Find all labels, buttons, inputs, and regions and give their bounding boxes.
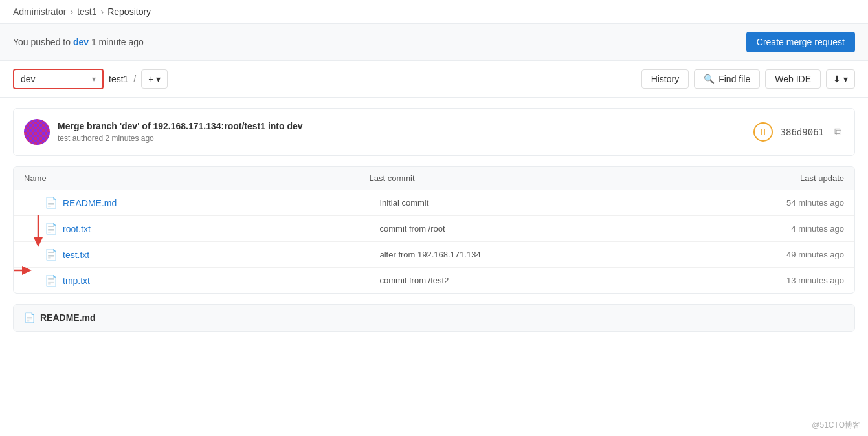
table-row: 📄 root.txt commit from /root 4 minutes a…: [14, 216, 854, 242]
file-icon: 📄: [45, 223, 58, 235]
file-name-cell: 📄 test.txt: [45, 248, 380, 261]
table-row: 📄 test.txt alter from 192.168.171.134 49…: [14, 242, 854, 268]
breadcrumb-sep-1: ›: [70, 6, 73, 17]
more-chevron-icon: ▾: [843, 74, 848, 84]
commit-author: test: [58, 134, 70, 143]
breadcrumb-current: Repository: [107, 6, 151, 17]
file-rows: 📄 README.md Initial commit 54 minutes ag…: [14, 190, 854, 293]
file-table-header: Name Last commit Last update: [14, 167, 854, 190]
file-last-update: 49 minutes ago: [715, 250, 844, 259]
push-notice-text: You pushed to dev 1 minute ago: [13, 37, 144, 47]
file-name-cell: 📄 tmp.txt: [45, 274, 380, 287]
find-file-label: Find file: [718, 74, 750, 84]
chevron-down-icon: ▾: [92, 74, 96, 83]
file-name-cell: 📄 README.md: [45, 197, 380, 209]
more-actions-button[interactable]: ⬇ ▾: [826, 69, 855, 89]
branch-select[interactable]: dev ▾: [13, 69, 104, 89]
web-ide-button[interactable]: Web IDE: [765, 69, 821, 89]
create-merge-request-button[interactable]: Create merge request: [746, 32, 855, 52]
breadcrumb-sep-2: ›: [101, 6, 104, 17]
pipeline-status[interactable]: ⏸: [753, 122, 773, 142]
file-last-update: 54 minutes ago: [715, 198, 844, 208]
commit-time: 2 minutes ago: [105, 134, 153, 143]
push-time: 1 minute ago: [91, 37, 144, 47]
table-row: 📄 README.md Initial commit 54 minutes ag…: [14, 190, 854, 216]
file-last-update: 13 minutes ago: [715, 276, 844, 285]
add-icon: +: [148, 74, 153, 84]
clone-icon: ⬇: [833, 74, 841, 84]
breadcrumb: Administrator › test1 › Repository: [0, 0, 868, 24]
push-prefix: You pushed to: [13, 37, 71, 47]
file-name-cell: 📄 root.txt: [45, 223, 380, 235]
toolbar-right: History 🔍 Find file Web IDE ⬇ ▾: [641, 69, 855, 89]
commit-meta: test authored 2 minutes ago: [58, 134, 303, 143]
commit-box: Merge branch 'dev' of 192.168.171.134:ro…: [13, 108, 855, 156]
push-notice: You pushed to dev 1 minute ago Create me…: [0, 24, 868, 61]
readme-section: 📄 README.md: [13, 304, 855, 332]
avatar: [24, 119, 50, 145]
history-button[interactable]: History: [641, 69, 689, 89]
col-last-update: Last update: [715, 173, 844, 183]
breadcrumb-test1[interactable]: test1: [77, 6, 96, 17]
file-link[interactable]: tmp.txt: [63, 276, 90, 286]
table-row: 📄 tmp.txt commit from /test2 13 minutes …: [14, 268, 854, 293]
commit-info: Merge branch 'dev' of 192.168.171.134:ro…: [58, 121, 303, 143]
find-file-button[interactable]: 🔍 Find file: [694, 69, 760, 89]
path-separator: /: [133, 74, 136, 84]
file-commit-msg: commit from /root: [380, 224, 715, 234]
file-link[interactable]: root.txt: [63, 224, 91, 234]
commit-hash: 386d9061: [781, 127, 824, 137]
file-table: Name Last commit Last update 📄 README.md…: [13, 166, 855, 294]
file-commit-msg: Initial commit: [380, 198, 715, 208]
file-icon: 📄: [45, 197, 58, 209]
file-last-update: 4 minutes ago: [715, 224, 844, 234]
add-button[interactable]: + ▾: [141, 69, 168, 89]
path-item: test1: [109, 74, 128, 84]
readme-file-icon: 📄: [24, 312, 35, 323]
copy-hash-button[interactable]: ⧉: [832, 124, 844, 140]
history-label: History: [651, 74, 680, 84]
commit-box-left: Merge branch 'dev' of 192.168.171.134:ro…: [24, 119, 303, 145]
commit-box-right: ⏸ 386d9061 ⧉: [753, 122, 844, 142]
file-link[interactable]: test.txt: [63, 250, 89, 260]
commit-authored: authored: [72, 134, 106, 143]
branch-select-text: dev: [21, 74, 36, 84]
file-commit-msg: alter from 192.168.171.134: [380, 250, 715, 259]
col-last-commit: Last commit: [370, 173, 715, 183]
add-chevron-icon: ▾: [156, 74, 161, 84]
web-ide-label: Web IDE: [775, 74, 811, 84]
file-icon: 📄: [45, 248, 58, 261]
readme-title: README.md: [40, 312, 96, 323]
search-icon: 🔍: [704, 74, 715, 84]
file-commit-msg: commit from /test2: [380, 276, 715, 285]
repo-toolbar: dev ▾ test1 / + ▾ History 🔍 Find file We…: [0, 61, 868, 98]
commit-message: Merge branch 'dev' of 192.168.171.134:ro…: [58, 121, 303, 131]
readme-header: 📄 README.md: [14, 305, 854, 331]
push-branch-link[interactable]: dev: [73, 37, 89, 47]
file-icon: 📄: [45, 274, 58, 287]
toolbar-left: dev ▾ test1 / + ▾: [13, 69, 168, 89]
breadcrumb-admin[interactable]: Administrator: [13, 6, 66, 17]
col-name: Name: [24, 173, 370, 183]
file-link[interactable]: README.md: [63, 198, 117, 208]
